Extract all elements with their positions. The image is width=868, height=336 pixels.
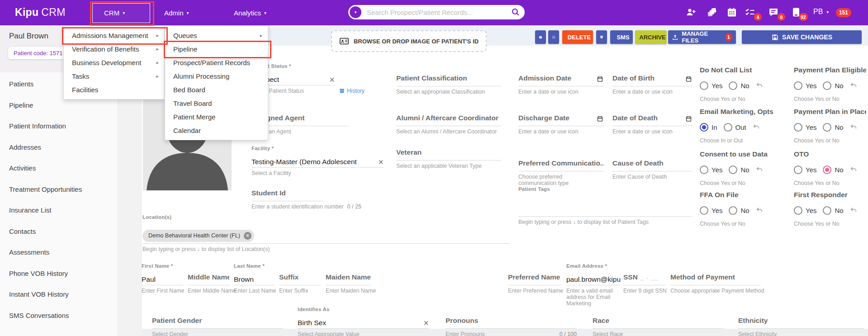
radio-in-selected[interactable] [700,123,708,132]
menu-item-travel-board[interactable]: Travel Board [165,96,268,110]
field-value[interactable]: Paul [142,275,156,284]
clear-icon[interactable]: × [423,318,429,327]
calendar-icon[interactable] [685,115,692,122]
menu-item-verification-of-benefits[interactable]: Verification of Benefits▸ [64,42,164,56]
calendar-icon[interactable] [597,76,603,82]
undo-icon[interactable] [753,123,760,131]
field-first-name[interactable]: First Name * Paul Enter First Name [142,263,183,294]
menu-item-bed-board[interactable]: Bed Board [165,83,268,96]
sidebar-item-patients[interactable]: Patients [9,80,33,88]
archive-box-button[interactable] [596,30,607,44]
field-suffix[interactable]: Suffix Enter Suffix [279,273,321,294]
sidebar-item-treatment-opportunities[interactable]: Treatment Opportunities [9,185,82,193]
location-chip[interactable]: Demo Behavioral Health Center (FL)× [142,230,254,242]
sidebar-item-pipeline[interactable]: Pipeline [9,101,33,109]
undo-icon[interactable] [756,207,763,214]
search-input[interactable]: Search Prospect/Patient Records... [367,9,511,16]
search-bar[interactable]: ▾ Search Prospect/Patient Records... [348,5,525,19]
calendar-icon[interactable] [685,76,692,82]
field-value[interactable]: Testing-Master (Demo Adolescent [251,158,357,166]
field-ethnicity[interactable]: Ethnicity Select Ethnicity [738,317,864,336]
field-last-name[interactable]: Last Name * Brown Enter Last Name [234,263,275,294]
field-identifies-as[interactable]: Identifies As Birth Sex× Select Appropri… [298,307,429,336]
field-patient-classification[interactable]: Patient Classification Select an appropr… [396,74,501,95]
sidebar-item-sms-conversations[interactable]: SMS Conversations [9,312,69,319]
sidebar-item-assessments[interactable]: Assessments [9,248,49,256]
radio-yes[interactable] [700,206,708,215]
menu-item-patient-merge[interactable]: Patient Merge [165,110,268,123]
menu-item-prospect-patient-records[interactable]: Prospect/Patient Records [165,56,268,69]
visibility-button[interactable] [548,30,559,44]
browse-drop-id-button[interactable]: BROWSE OR DROP IMAGE OF PATIENT'S ID [331,30,487,52]
menu-item-pipeline[interactable]: Pipeline [165,42,268,56]
sidebar-item-patient-information[interactable]: Patient Information [9,122,66,130]
field-value[interactable]: paul.brown@kipuhealth.com [566,275,621,284]
radio-yes[interactable] [794,123,802,132]
sms-button[interactable]: SMS [610,30,633,44]
field-pronouns[interactable]: Pronouns Enter Pronouns0 / 100 [446,317,577,336]
add-contact-icon[interactable] [686,7,697,18]
undo-icon[interactable] [850,207,857,214]
undo-icon[interactable] [756,166,763,173]
undo-icon[interactable] [850,166,857,173]
archive-button[interactable]: ARCHIVE [635,30,667,44]
radio-no[interactable] [729,166,737,174]
menu-item-tasks[interactable]: Tasks▸ [64,69,164,83]
nav-menu-crm[interactable]: CRM▾ [104,0,125,25]
radio-no-selected[interactable] [823,166,831,174]
user-menu[interactable]: PB▾ [813,8,829,16]
radio-no[interactable] [823,206,831,215]
radio-no[interactable] [823,81,831,90]
chip-remove-icon[interactable]: × [244,232,251,240]
menu-item-facilities[interactable]: Facilities [64,83,164,96]
clear-icon[interactable]: × [378,157,384,166]
sidebar-item-insurance-list[interactable]: Insurance List [9,206,51,214]
radio-no[interactable] [823,123,831,132]
undo-icon[interactable] [756,82,763,89]
radio-yes[interactable] [794,166,802,174]
layers-icon[interactable] [707,7,717,18]
menu-item-admissions-management[interactable]: Admissions Management▸ [64,28,164,42]
field-locations[interactable]: Location(s) Demo Behavioral Health Cente… [142,214,510,252]
radio-yes[interactable] [794,206,802,215]
field-student-id[interactable]: Student Id Enter a student identificatio… [251,189,325,210]
menu-item-calendar[interactable]: Calendar [165,123,268,137]
field-maiden-name[interactable]: Maiden Name Enter Maiden Name [326,273,371,294]
menu-item-business-development[interactable]: Business Development▸ [64,56,164,69]
field-date-of-death[interactable]: Date of Death Enter a date or use icon [612,114,692,135]
field-discharge-date[interactable]: Discharge Date Enter a date or use icon [518,114,603,135]
sidebar-item-activities[interactable]: Activities [9,164,36,172]
search-scope-dropdown[interactable]: ▾ [350,6,361,18]
radio-yes[interactable] [794,81,802,90]
field-method-of-payment[interactable]: Method of Payment Choose appropriate Pay… [670,273,761,294]
nav-menu-admin[interactable]: Admin▾ [164,0,189,25]
radio-no[interactable] [729,81,737,90]
field-ssn[interactable]: SSN_ - __ Enter 9 digit SSN [623,273,666,294]
info-button[interactable] [535,30,546,44]
menu-item-queues[interactable]: Queues▸ [165,28,268,42]
sidebar-item-instant-vob-history[interactable]: Instant VOB History [9,290,69,298]
radio-yes[interactable] [700,81,708,90]
nav-menu-analytics[interactable]: Analytics▾ [234,0,266,25]
search-icon[interactable] [511,8,520,17]
sidebar-item-contacts[interactable]: Contacts [9,227,36,235]
field-admission-date[interactable]: Admission Date Enter a date or use icon [518,74,603,95]
field-preferred-name[interactable]: Preferred Name Enter Preferred Name [508,273,561,294]
field-alumni-coordinator[interactable]: Alumni / Aftercare Coordinator Select an… [396,114,501,135]
radio-out[interactable] [724,123,732,132]
field-middle-name[interactable]: Middle Name Enter Middle Name [188,273,229,294]
app-logo[interactable]: KipuCRM [15,6,66,19]
sidebar-item-phone-vob-history[interactable]: Phone VOB History [9,270,68,277]
calendar-icon[interactable] [726,7,737,18]
status-history-link[interactable]: History [339,88,365,94]
manage-files-button[interactable]: MANAGE FILES 1 [668,30,736,44]
calendar-icon[interactable] [597,115,603,122]
field-patient-tags[interactable]: Patient Tags Begin typing or press ↓ to … [518,186,692,225]
menu-item-alumni-processing[interactable]: Alumni Processing [165,69,268,83]
delete-button[interactable]: DELETE [562,30,593,44]
field-patient-gender[interactable]: Patient Gender Select Gender [152,317,283,336]
field-facility[interactable]: Facility * Testing-Master (Demo Adolesce… [251,146,384,176]
save-changes-button[interactable]: SAVE CHANGES [742,30,862,44]
field-race[interactable]: Race Select Race [593,317,724,336]
field-value[interactable]: Birth Sex [298,319,326,327]
